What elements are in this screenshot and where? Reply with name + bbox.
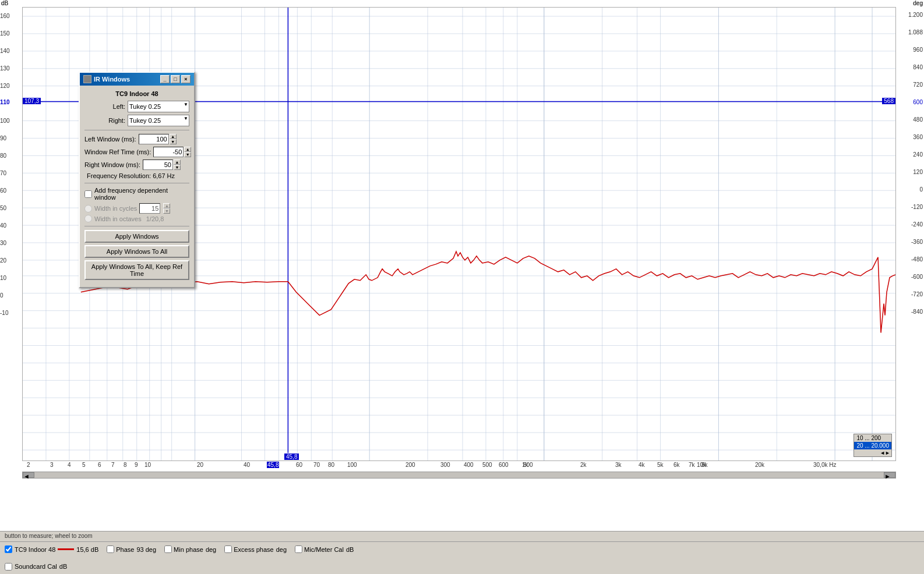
hint-text: button to measure; wheel to zoom [5,533,93,539]
phase-checkbox[interactable] [107,545,114,553]
right-window-ms-spinner: ▲ ▼ [174,160,181,170]
width-cycles-down[interactable]: ▼ [163,208,170,214]
dialog-minimize-btn[interactable]: _ [160,75,170,83]
freq-zoom-option1[interactable]: 10 ... 200 [854,434,891,442]
db-label2: dB [59,563,67,570]
left-window-select[interactable]: Tukey 0.25 Tukey 0.5 Hann Blackman Recta… [128,101,189,112]
divider1 [84,130,189,130]
scrollbar-right-btn[interactable]: ► [884,472,895,478]
left-window-ms-down[interactable]: ▼ [170,139,177,144]
left-window-ms-up[interactable]: ▲ [170,134,177,139]
dialog-icon [83,75,91,83]
cursor-db-value: 107,3 [23,98,41,104]
y-db-30: 30 [0,240,6,246]
y-db-120: 120 [0,83,10,89]
y-deg-240: 240 [913,151,923,158]
y-db-n10: -10 [0,310,8,316]
y-db-110: 110 [0,99,10,105]
y-axis-db: 160 150 140 130 120 110 100 90 80 70 60 … [0,7,22,461]
status-bar-row1: TC9 Indoor 48 15,6 dB Phase 93 deg Min p… [5,545,919,553]
window-ref-time-up[interactable]: ▲ [184,147,191,152]
window-ref-time-spinner: ▲ ▼ [184,147,191,157]
y-db-100: 100 [0,118,10,124]
x-70: 70 [313,462,320,468]
freq-resolution-label: Frequency Resolution: [87,172,151,179]
freq-zoom-option2[interactable]: 20 ... 20.000 [854,442,891,449]
phase-value: 93 deg [136,546,156,553]
x-10k: 10k [697,462,706,468]
measurement-checkbox[interactable] [5,545,12,553]
x-4k: 4k [639,462,645,468]
freq-zoom-right-arrow[interactable]: ► [885,450,890,456]
right-window-ms-up[interactable]: ▲ [174,160,181,165]
divider2 [84,183,189,183]
right-window-ms-input[interactable] [143,160,173,170]
y-deg-720: 720 [913,82,923,88]
apply-windows-all-keep-button[interactable]: Apply Windows To All, Keep Ref Time [84,260,189,280]
hint-bar: button to measure; wheel to zoom [0,531,924,541]
mic-cal-checkbox[interactable] [295,545,302,553]
x-4: 4 [68,462,71,468]
x-2k: 2k [580,462,587,468]
y-db-130: 130 [0,65,10,72]
chart-scrollbar[interactable]: ◄ ► [22,472,896,479]
x-5k: 5k [657,462,664,468]
x-600: 600 [499,462,509,468]
excess-phase-checkbox[interactable] [224,545,232,553]
x-cursor-hz: 45,8 [267,462,279,468]
window-ref-time-input[interactable] [153,147,184,157]
freq-zoom-left-arrow[interactable]: ◄ [880,450,885,456]
status-bar-row2: Soundcard Cal dB [5,563,919,571]
apply-windows-button[interactable]: Apply Windows [84,230,189,243]
right-window-select-wrapper[interactable]: Tukey 0.25 Tukey 0.5 Hann Blackman Recta… [128,115,189,126]
min-phase-checkbox[interactable] [164,545,172,553]
excess-phase-label: Excess phase [234,546,273,553]
y-db-50: 50 [0,205,6,211]
ir-windows-dialog: IR Windows _ □ × TC9 Indoor 48 Left: Tuk… [79,72,195,288]
right-window-ms-down[interactable]: ▼ [174,165,181,170]
add-freq-window-checkbox[interactable] [84,190,92,198]
y-deg-480: 480 [913,116,923,123]
dialog-close-btn[interactable]: × [181,75,191,83]
y-db-70: 70 [0,170,6,176]
dialog-maximize-btn[interactable]: □ [171,75,180,83]
y-deg-n360: -360 [911,239,923,245]
window-ref-time-down[interactable]: ▼ [184,152,191,157]
y-axis-deg: 1.200 1.088 960 840 720 600 480 360 240 … [896,7,924,461]
left-window-ms-input[interactable]: 100 [139,134,169,144]
soundcard-cal-checkbox[interactable] [5,563,12,571]
x-40: 40 [244,462,250,468]
apply-windows-all-button[interactable]: Apply Windows To All [84,245,189,258]
left-window-ms-label: Left Window (ms): [84,136,136,143]
add-freq-window-row: Add frequency dependent window [84,187,189,201]
width-cycles-up[interactable]: ▲ [163,203,170,208]
width-octaves-radio[interactable] [84,215,92,222]
window-ref-time-row: Window Ref Time (ms): ▲ ▼ [84,147,189,157]
y-db-90: 90 [0,135,6,141]
y-deg-n720: -720 [911,291,923,297]
y-db-40: 40 [0,222,6,229]
x-400: 400 [464,462,474,468]
right-label: Right: [84,117,125,124]
window-ref-time-label: Window Ref Time (ms): [84,148,151,155]
y-db-80: 80 [0,153,6,159]
x-6k: 6k [673,462,680,468]
y-deg-n480: -480 [911,256,923,263]
mic-cal-group: Mic/Meter Cal [295,545,344,553]
width-cycles-input[interactable] [139,203,160,214]
dialog-titlebar[interactable]: IR Windows _ □ × [80,73,194,86]
scrollbar-left-btn[interactable]: ◄ [23,472,34,478]
x-9: 9 [135,462,138,468]
y-db-150: 150 [0,30,10,37]
freq-zoom-box[interactable]: 10 ... 200 20 ... 20.000 ◄ ► [854,434,892,457]
left-window-select-wrapper[interactable]: Tukey 0.25 Tukey 0.5 Hann Blackman Recta… [128,101,189,112]
x-1k: 1k [522,462,528,468]
width-octaves-label: Width in octaves [94,215,142,222]
x-6: 6 [98,462,101,468]
deg-label1: deg [206,546,216,553]
left-window-row: Left: Tukey 0.25 Tukey 0.5 Hann Blackman… [84,101,189,112]
x-7k: 7k [689,462,695,468]
right-window-select[interactable]: Tukey 0.25 Tukey 0.5 Hann Blackman Recta… [128,115,189,126]
width-cycles-radio[interactable] [84,205,92,212]
phase-label: Phase [116,546,134,553]
